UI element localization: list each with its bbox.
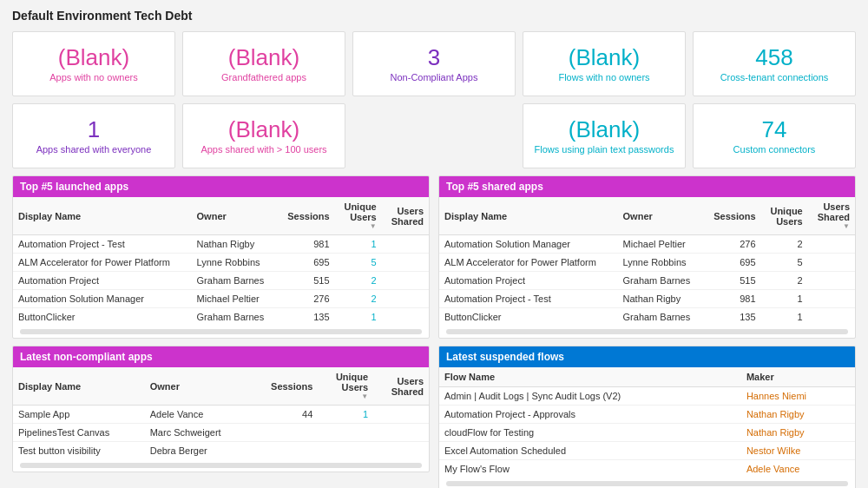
cell-owner: Marc Schweigert: [145, 424, 251, 442]
cell-sessions: 44: [250, 406, 318, 424]
table-row: cloudFlow for Testing Nathan Rigby: [439, 424, 855, 442]
cell-sessions: 135: [277, 308, 334, 326]
top-shared-table: Display Name Owner Sessions UniqueUsers …: [439, 197, 855, 326]
cell-unique-users: 2: [335, 290, 382, 308]
cell-users-shared: [808, 308, 855, 326]
table-row: ButtonClicker Graham Barnes 135 1: [439, 308, 855, 326]
top-shared-section: Top #5 shared apps Display Name Owner Se…: [438, 175, 856, 339]
tables-row-2: Latest non-compliant apps Display Name O…: [12, 346, 856, 488]
kpi-apps-shared-100[interactable]: (Blank) Apps shared with > 100 users: [182, 103, 345, 168]
kpi-value: 1: [88, 117, 100, 142]
suspended-flows-table: Flow Name Maker Admin | Audit Logs | Syn…: [439, 367, 855, 478]
cell-sessions: 276: [703, 235, 760, 254]
kpi-custom-connectors[interactable]: 74 Custom connectors: [693, 103, 856, 168]
top-launched-header: Top #5 launched apps: [13, 176, 429, 197]
kpi-label: Non-Compliant Apps: [391, 72, 478, 82]
cell-users-shared: [808, 254, 855, 272]
cell-sessions: 135: [703, 308, 760, 326]
cell-users-shared: [373, 406, 429, 424]
col-unique-users: UniqueUsers: [761, 197, 808, 235]
cell-flow-name: Excel Automation Scheduled: [439, 442, 741, 460]
kpi-value: (Blank): [569, 45, 640, 70]
kpi-cross-tenant[interactable]: 458 Cross-tenant connections: [693, 31, 856, 96]
table-row: Sample App Adele Vance 44 1: [13, 406, 429, 424]
kpi-label: Flows using plain text passwords: [535, 144, 674, 155]
cell-name: Automation Project - Test: [439, 290, 618, 308]
cell-owner: Debra Berger: [145, 442, 251, 460]
table-header-row: Display Name Owner Sessions UniqueUsers▼…: [13, 197, 429, 235]
kpi-row-1: (Blank) Apps with no owners (Blank) Gran…: [12, 31, 856, 96]
cell-owner: Adele Vance: [145, 406, 251, 424]
table-row: My Flow's Flow Adele Vance: [439, 460, 855, 478]
cell-maker: Nestor Wilke: [741, 442, 855, 460]
cell-name: Sample App: [13, 406, 145, 424]
cell-name: Automation Solution Manager: [13, 290, 192, 308]
cell-name: ButtonClicker: [13, 308, 192, 326]
cell-flow-name: cloudFlow for Testing: [439, 424, 741, 442]
non-compliant-table: Display Name Owner Sessions UniqueUsers▼…: [13, 367, 429, 459]
kpi-grandfathered-apps[interactable]: (Blank) Grandfathered apps: [182, 31, 345, 96]
kpi-apps-no-owners[interactable]: (Blank) Apps with no owners: [12, 31, 175, 96]
cell-name: Automation Project: [13, 272, 192, 290]
table-row: Automation Project - Test Nathan Rigby 9…: [13, 235, 429, 254]
cell-owner: Graham Barnes: [618, 308, 704, 326]
col-display-name: Display Name: [13, 367, 145, 406]
cell-owner: Graham Barnes: [192, 308, 278, 326]
table-row: ButtonClicker Graham Barnes 135 1: [13, 308, 429, 326]
kpi-label: Flows with no owners: [558, 72, 649, 82]
cell-flow-name: Admin | Audit Logs | Sync Audit Logs (V2…: [439, 387, 741, 406]
col-owner: Owner: [145, 367, 251, 406]
cell-unique-users: [318, 424, 373, 442]
cell-name: Automation Project: [439, 272, 618, 290]
cell-unique-users: 1: [335, 308, 382, 326]
cell-name: ButtonClicker: [439, 308, 618, 326]
col-users-shared: UsersShared: [373, 367, 429, 406]
table-row: Test button visibility Debra Berger: [13, 442, 429, 460]
kpi-label: Grandfathered apps: [221, 72, 306, 82]
table-row: Automation Project - Test Nathan Rigby 9…: [439, 290, 855, 308]
cell-users-shared: [382, 308, 429, 326]
col-owner: Owner: [192, 197, 278, 235]
cell-sessions: 695: [277, 254, 334, 272]
suspended-flows-header: Latest suspended flows: [439, 346, 855, 367]
cell-unique-users: 5: [761, 254, 808, 272]
cell-users-shared: [382, 235, 429, 254]
col-display-name: Display Name: [439, 197, 618, 235]
cell-owner: Graham Barnes: [618, 272, 704, 290]
non-compliant-header: Latest non-compliant apps: [13, 346, 429, 367]
cell-users-shared: [808, 235, 855, 254]
cell-unique-users: 2: [761, 235, 808, 254]
cell-unique-users: 1: [761, 308, 808, 326]
kpi-value: (Blank): [569, 117, 640, 142]
cell-maker: Nathan Rigby: [741, 406, 855, 424]
cell-unique-users: 5: [335, 254, 382, 272]
kpi-value: 3: [428, 45, 440, 70]
col-users-shared: UsersShared▼: [808, 197, 855, 235]
table-header-row: Flow Name Maker: [439, 367, 855, 387]
table-row: Automation Project Graham Barnes 515 2: [13, 272, 429, 290]
cell-sessions: 515: [277, 272, 334, 290]
top-launched-section: Top #5 launched apps Display Name Owner …: [12, 175, 430, 339]
cell-users-shared: [382, 254, 429, 272]
kpi-row-2: 1 Apps shared with everyone (Blank) Apps…: [12, 103, 856, 168]
scrollbar[interactable]: [446, 481, 848, 486]
cell-sessions: [250, 442, 318, 460]
cell-sessions: 981: [277, 235, 334, 254]
cell-sessions: 515: [703, 272, 760, 290]
scrollbar[interactable]: [446, 329, 848, 334]
kpi-label: Cross-tenant connections: [720, 72, 829, 82]
kpi-flows-plain-text[interactable]: (Blank) Flows using plain text passwords: [523, 103, 686, 168]
kpi-flows-no-owners[interactable]: (Blank) Flows with no owners: [523, 31, 686, 96]
kpi-non-compliant-apps[interactable]: 3 Non-Compliant Apps: [352, 31, 516, 96]
col-owner: Owner: [618, 197, 704, 235]
cell-sessions: 276: [277, 290, 334, 308]
cell-users-shared: [382, 272, 429, 290]
cell-users-shared: [382, 290, 429, 308]
tables-row-1: Top #5 launched apps Display Name Owner …: [12, 175, 856, 339]
table-row: Admin | Audit Logs | Sync Audit Logs (V2…: [439, 387, 855, 406]
kpi-apps-shared-everyone[interactable]: 1 Apps shared with everyone: [12, 103, 175, 168]
scrollbar[interactable]: [20, 329, 422, 334]
cell-maker: Hannes Niemi: [741, 387, 855, 406]
table-header-row: Display Name Owner Sessions UniqueUsers▼…: [13, 367, 429, 406]
scrollbar[interactable]: [20, 463, 422, 468]
